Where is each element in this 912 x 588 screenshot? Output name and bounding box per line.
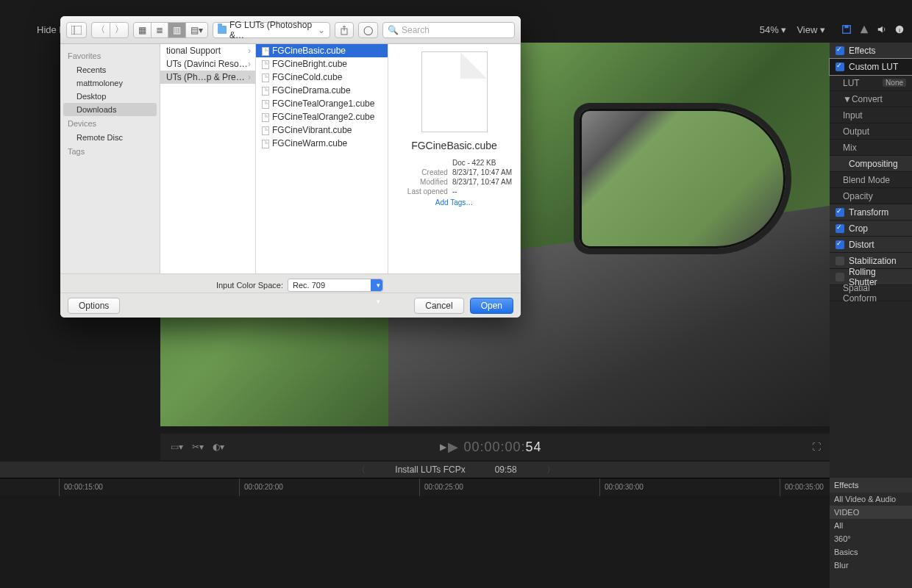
file-icon — [262, 113, 269, 122]
file-icon — [262, 126, 269, 135]
file-row[interactable]: FGCineTealOrange2.cube — [256, 110, 388, 123]
preview-kind: Doc - 422 KB — [452, 159, 512, 167]
file-icon — [262, 60, 269, 69]
inspector-opacity[interactable]: Opacity — [830, 188, 912, 204]
open-button[interactable]: Open — [470, 298, 513, 314]
sidebar-item-home[interactable]: mattmoloney — [60, 76, 160, 90]
timeline-ruler[interactable]: 00:00:15:00 00:00:20:00 00:00:25:00 00:0… — [0, 478, 830, 495]
inspector-blend[interactable]: Blend Mode — [830, 172, 912, 188]
inspector-convert[interactable]: ▼ Convert — [830, 91, 912, 107]
preview-modified: 8/23/17, 10:47 AM — [452, 178, 512, 186]
sidebar-toggle-icon[interactable] — [66, 22, 87, 38]
column-preview: FGCineBasic.cube Doc - 422 KB Created8/2… — [388, 44, 521, 273]
search-input[interactable]: 🔍Search — [382, 22, 515, 38]
file-icon — [262, 100, 269, 109]
folder-row[interactable]: tional Support› — [160, 44, 255, 57]
file-row[interactable]: FGCineCold.cube — [256, 71, 388, 84]
file-icon — [262, 74, 269, 82]
timecode[interactable]: ▶ 00:00:00:54 — [448, 439, 541, 455]
fullscreen-icon[interactable]: ⛶ — [812, 442, 821, 452]
tags-icon[interactable]: ◯ — [358, 22, 378, 38]
search-icon: 🔍 — [388, 25, 399, 35]
file-icon — [262, 140, 269, 148]
sidebar-tags-header: Tags — [60, 144, 160, 159]
preview-modified-label: Modified — [396, 178, 448, 186]
sidebar-item-remote[interactable]: Remote Disc — [60, 131, 160, 144]
fx-row[interactable]: 360° — [830, 532, 912, 545]
preview-last: -- — [452, 187, 512, 196]
file-icon — [262, 87, 269, 96]
folder-row[interactable]: UTs (Davinci Resolve)› — [160, 57, 255, 71]
view-gallery-button[interactable]: ▤▾ — [185, 22, 208, 38]
prev-clip-icon[interactable]: 〈 — [357, 464, 366, 476]
file-row[interactable]: FGCineBright.cube — [256, 57, 388, 71]
retime-tool-icon[interactable]: ✂▾ — [192, 442, 204, 452]
fx-row[interactable]: Basics — [830, 545, 912, 559]
sidebar-item-recents[interactable]: Recents — [60, 63, 160, 76]
next-clip-icon[interactable]: 〉 — [546, 464, 555, 476]
fx-row[interactable]: All — [830, 519, 912, 532]
inspector-custom-lut[interactable]: Custom LUT — [830, 59, 912, 75]
inspector-transform[interactable]: Transform — [830, 204, 912, 220]
preview-created-label: Created — [396, 168, 448, 176]
sidebar-favorites-header: Favorites — [60, 49, 160, 63]
effects-browser: Effects All Video & Audio VIDEO All 360°… — [830, 478, 912, 588]
input-colorspace-label: Input Color Space: — [198, 281, 283, 290]
tick: 00:00:35:00 — [780, 478, 824, 496]
tick: 00:00:30:00 — [599, 478, 644, 496]
folder-row[interactable]: UTs (Ph…p & Premiere)› — [160, 71, 255, 84]
view-menu[interactable]: View ▾ — [797, 24, 825, 35]
inspector-panel: Effects Custom LUT LUTNone ▼ Convert Inp… — [830, 43, 912, 478]
inspector-effects[interactable]: Effects — [830, 43, 912, 59]
file-row[interactable]: FGCineBasic.cube — [256, 44, 388, 57]
hide-rejected[interactable]: Hide R — [0, 24, 66, 35]
view-icons-button[interactable]: ▦ — [133, 22, 152, 38]
file-icon — [262, 47, 269, 56]
tick: 00:00:25:00 — [419, 478, 463, 496]
input-colorspace-select[interactable]: Rec. 709 — [288, 279, 383, 292]
path-dropdown[interactable]: FG LUTs (Photoshop &…⌄ — [213, 22, 330, 38]
column-folders: tional Support› UTs (Davinci Resolve)› U… — [160, 44, 256, 273]
preview-filename: FGCineBasic.cube — [411, 140, 497, 151]
zoom-level[interactable]: 54% ▾ — [760, 24, 787, 35]
inspector-input[interactable]: Input — [830, 107, 912, 123]
inspector-lut[interactable]: LUTNone — [830, 75, 912, 91]
fx-row[interactable]: All Video & Audio — [830, 492, 912, 506]
dialog-sidebar: Favorites Recents mattmoloney Desktop Do… — [60, 44, 160, 273]
transport-bar: ▭▾ ✂▾ ◐▾ ▶ ▶ 00:00:00:54 ⛶ — [160, 434, 830, 460]
play-icon[interactable]: ▶ — [440, 442, 446, 452]
tick: 00:00:20:00 — [239, 478, 283, 496]
inspector-crop[interactable]: Crop — [830, 220, 912, 237]
folder-icon — [218, 26, 227, 34]
open-file-dialog: 〈 〉 ▦ ≣ ▥ ▤▾ FG LUTs (Photoshop &…⌄ ◯ 🔍S… — [60, 16, 521, 318]
options-button[interactable]: Options — [68, 298, 120, 314]
cancel-button[interactable]: Cancel — [414, 298, 463, 314]
file-row[interactable]: FGCineDrama.cube — [256, 84, 388, 97]
sidebar-devices-header: Devices — [60, 116, 160, 131]
inspector-spatial[interactable]: Spatial Conform — [830, 285, 912, 301]
file-row[interactable]: FGCineWarm.cube — [256, 137, 388, 150]
frame-tool-icon[interactable]: ▭▾ — [171, 442, 183, 452]
inspector-compositing[interactable]: Compositing — [830, 156, 912, 172]
file-row[interactable]: FGCineVibrant.cube — [256, 123, 388, 137]
sidebar-item-desktop[interactable]: Desktop — [60, 90, 160, 103]
tick: 00:00:15:00 — [59, 478, 103, 496]
sidebar-item-downloads[interactable]: Downloads — [63, 103, 157, 116]
inspector-header — [830, 21, 912, 43]
clip-tool-icon[interactable]: ◐▾ — [213, 442, 224, 452]
share-icon[interactable] — [335, 22, 354, 38]
inspector-output[interactable]: Output — [830, 123, 912, 140]
nav-back-button[interactable]: 〈 — [91, 22, 110, 38]
column-files: FGCineBasic.cube FGCineBright.cube FGCin… — [256, 44, 388, 273]
file-row[interactable]: FGCineTealOrange1.cube — [256, 97, 388, 110]
nav-forward-button[interactable]: 〉 — [110, 22, 129, 38]
fx-row[interactable]: Blur — [830, 559, 912, 572]
svg-rect-4 — [71, 26, 82, 35]
view-list-button[interactable]: ≣ — [151, 22, 168, 38]
view-columns-button[interactable]: ▥ — [168, 22, 186, 38]
add-tags-link[interactable]: Add Tags… — [435, 198, 474, 207]
inspector-distort[interactable]: Distort — [830, 237, 912, 253]
fx-row[interactable]: VIDEO — [830, 506, 912, 519]
inspector-mix[interactable]: Mix — [830, 140, 912, 156]
fx-header: Effects — [830, 478, 912, 492]
